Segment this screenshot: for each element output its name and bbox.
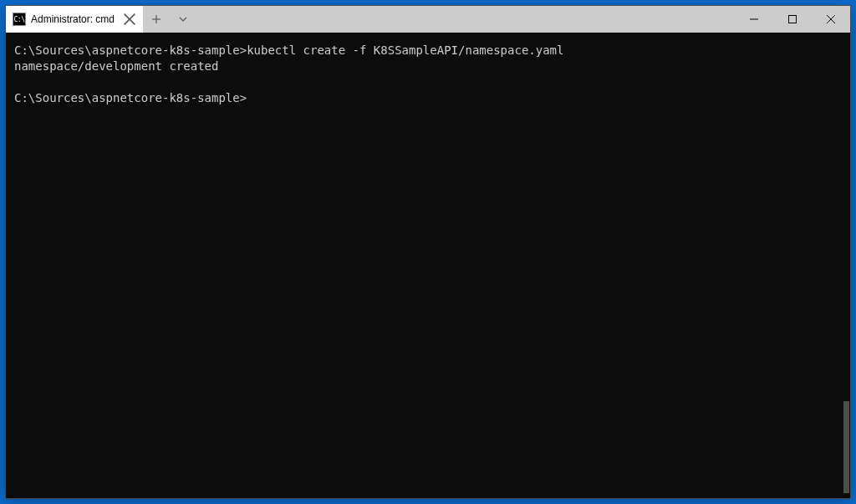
terminal-output: C:\Sources\aspnetcore-k8s-sample>kubectl… [14, 43, 842, 106]
cmd-icon: C:\ [13, 13, 26, 26]
new-tab-button[interactable] [143, 6, 170, 33]
plus-icon [151, 14, 161, 24]
chevron-down-icon [178, 14, 188, 24]
close-button[interactable] [812, 6, 850, 33]
svg-rect-5 [789, 16, 797, 23]
minimize-icon [750, 15, 758, 23]
maximize-button[interactable] [773, 6, 812, 33]
close-icon [827, 15, 835, 23]
titlebar: C:\ Administrator: cmd [6, 6, 850, 33]
output-line: namespace/development created [14, 59, 218, 73]
tab-title: Administrator: cmd [31, 13, 115, 25]
tab-close-button[interactable] [123, 13, 136, 26]
tab-dropdown-button[interactable] [170, 6, 196, 33]
terminal-window: C:\ Administrator: cmd [5, 5, 851, 499]
titlebar-drag-area[interactable] [370, 6, 735, 33]
prompt: C:\Sources\aspnetcore-k8s-sample> [14, 43, 247, 57]
terminal-body[interactable]: C:\Sources\aspnetcore-k8s-sample>kubectl… [6, 33, 850, 498]
prompt: C:\Sources\aspnetcore-k8s-sample> [14, 91, 247, 104]
command-text: kubectl create -f K8SSampleAPI/namespace… [247, 43, 563, 57]
minimize-button[interactable] [735, 6, 773, 33]
window-controls [735, 6, 850, 33]
scrollbar-thumb[interactable] [843, 401, 849, 493]
close-icon [123, 13, 136, 26]
tab-active[interactable]: C:\ Administrator: cmd [6, 6, 143, 33]
tabstrip: C:\ Administrator: cmd [6, 6, 370, 33]
maximize-icon [788, 15, 797, 23]
